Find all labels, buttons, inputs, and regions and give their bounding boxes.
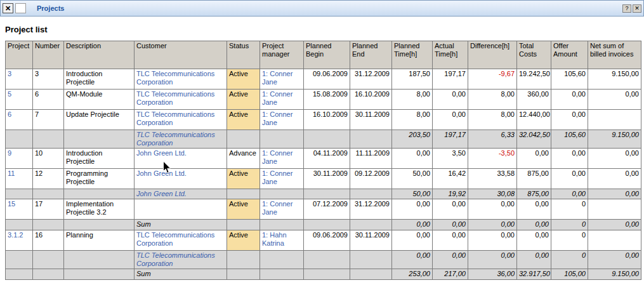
close-icon: ✕	[5, 4, 11, 13]
cell-total_costs: 875,00	[517, 169, 551, 189]
project-link[interactable]: 15	[8, 200, 15, 208]
cell-status: Advance	[227, 149, 260, 169]
manager-link[interactable]: 1: Conner Jane	[262, 169, 292, 185]
cell-begin: 15.08.2009	[304, 90, 350, 110]
help-button[interactable]: ?	[622, 4, 631, 13]
table-header-row: ProjectNumberDescriptionCustomerStatusPr…	[6, 41, 641, 69]
cell-number	[33, 251, 64, 269]
manager-link[interactable]: 1: Conner Jane	[262, 110, 292, 126]
cell-status: Active	[227, 90, 260, 110]
project-link[interactable]: 3.1.2	[8, 231, 23, 239]
cell-project: 11	[6, 169, 33, 189]
project-row: 1517Implementation Projectile 3.2Active1…	[6, 199, 641, 220]
customer-link[interactable]: TLC Telecommunications Corporation	[136, 70, 214, 86]
manager-link[interactable]: 1: Conner Jane	[262, 200, 292, 216]
cell-number: 3	[33, 69, 64, 90]
cell-number: 6	[33, 90, 64, 110]
cell-offer_amount: 0	[551, 230, 588, 251]
cell-customer: TLC Telecommunications Corporation	[135, 130, 227, 149]
window-title: Projects	[37, 4, 64, 12]
cell-total_costs: 360,00	[517, 90, 551, 110]
column-header-customer: Customer	[135, 41, 227, 69]
cell-number: 7	[33, 110, 64, 130]
close-tab-button[interactable]: ✕	[3, 3, 13, 13]
project-table: ProjectNumberDescriptionCustomerStatusPr…	[5, 41, 641, 280]
project-link[interactable]: 11	[8, 169, 15, 177]
cell-net_sum: 0,00	[588, 251, 641, 269]
column-header-total_costs: Total Costs	[517, 41, 551, 69]
manager-link[interactable]: 1: Conner Jane	[262, 90, 292, 106]
cell-number: 10	[33, 149, 64, 169]
cell-project: 3	[6, 69, 33, 90]
cell-actual_time: 0,00	[433, 90, 468, 110]
customer-link[interactable]: John Green Ltd.	[136, 149, 187, 157]
cell-actual_time: 0,00	[433, 220, 468, 230]
column-header-offer_amount: Offer Amount	[551, 41, 588, 69]
manager-link[interactable]: 1: Conner Jane	[262, 70, 292, 86]
cell-project: 9	[6, 149, 33, 169]
manager-link[interactable]: 1: Conner Jane	[262, 149, 292, 165]
window-close-button[interactable]: ✕	[633, 4, 641, 13]
customer-link[interactable]: TLC Telecommunications Corporation	[136, 131, 215, 147]
cell-number: 12	[33, 169, 64, 189]
cell-total_costs: 32.042,50	[517, 130, 551, 149]
customer-link[interactable]: John Green Ltd.	[136, 169, 187, 177]
cell-number: 17	[33, 199, 64, 220]
cell-manager: 1: Conner Jane	[260, 110, 304, 130]
column-header-planned_time: Planned Time[h]	[392, 41, 433, 69]
customer-link[interactable]: John Green Ltd.	[136, 190, 187, 197]
project-link[interactable]: 6	[8, 110, 11, 118]
cell-total_costs: 0,00	[517, 251, 551, 269]
project-link[interactable]: 5	[8, 90, 11, 98]
cell-begin	[304, 220, 350, 230]
cell-planned_time: 0,00	[392, 251, 433, 269]
cell-planned_time: 0,00	[392, 220, 433, 230]
customer-link[interactable]: TLC Telecommunications Corporation	[136, 231, 214, 247]
cell-total_costs: 0,00	[517, 220, 551, 230]
cell-customer: TLC Telecommunications Corporation	[135, 90, 227, 110]
cell-total_costs: 875,00	[517, 189, 551, 199]
customer-link[interactable]: TLC Telecommunications Corporation	[136, 90, 214, 106]
cell-planned_time: 0,00	[392, 149, 433, 169]
cell-number: 16	[33, 230, 64, 251]
cell-offer_amount: 0,00	[551, 90, 588, 110]
column-header-actual_time: Actual Time[h]	[433, 41, 468, 69]
project-link[interactable]: 9	[8, 149, 11, 157]
cell-description: Update Projectile	[64, 110, 135, 130]
cell-begin: 16.10.2009	[304, 110, 350, 130]
cell-customer: TLC Telecommunications Corporation	[135, 69, 227, 90]
customer-link[interactable]: TLC Telecommunications Corporation	[136, 110, 214, 126]
manager-link[interactable]: 1: Hahn Katrina	[262, 231, 287, 247]
cell-end: 09.12.2009	[350, 169, 392, 189]
cell-status: Active	[227, 110, 260, 130]
cell-total_costs: 0,00	[517, 199, 551, 220]
cell-difference: 0,00	[468, 230, 517, 251]
project-row: 3.1.216PlanningTLC Telecommunications Co…	[6, 230, 641, 251]
titlebar-controls: ? ✕	[622, 4, 641, 13]
cell-net_sum	[588, 110, 641, 130]
cell-total_costs: 0,00	[517, 149, 551, 169]
cell-manager	[260, 269, 304, 280]
cell-offer_amount: 105,00	[551, 269, 588, 280]
cell-end	[350, 130, 392, 149]
column-header-number: Number	[33, 41, 64, 69]
cell-difference: 36,00	[468, 269, 517, 280]
cell-net_sum: 0,00	[588, 90, 641, 110]
cell-project: 5	[6, 90, 33, 110]
cell-project	[6, 220, 33, 230]
cell-project: 6	[6, 110, 33, 130]
cell-manager: 1: Conner Jane	[260, 69, 304, 90]
customer-link[interactable]: TLC Telecommunications Corporation	[136, 251, 215, 267]
cell-manager: 1: Conner Jane	[260, 90, 304, 110]
cell-end: 31.12.2009	[350, 69, 392, 90]
blank-page-icon[interactable]	[15, 3, 26, 13]
cell-offer_amount: 105,60	[551, 130, 588, 149]
cell-offer_amount: 0	[551, 220, 588, 230]
project-link[interactable]: 3	[8, 70, 11, 77]
cell-end	[350, 220, 392, 230]
cell-manager: 1: Conner Jane	[260, 149, 304, 169]
cell-actual_time: 19,92	[433, 189, 468, 199]
column-header-difference: Difference[h]	[468, 41, 517, 69]
cell-manager	[260, 130, 304, 149]
cell-number	[33, 189, 64, 199]
